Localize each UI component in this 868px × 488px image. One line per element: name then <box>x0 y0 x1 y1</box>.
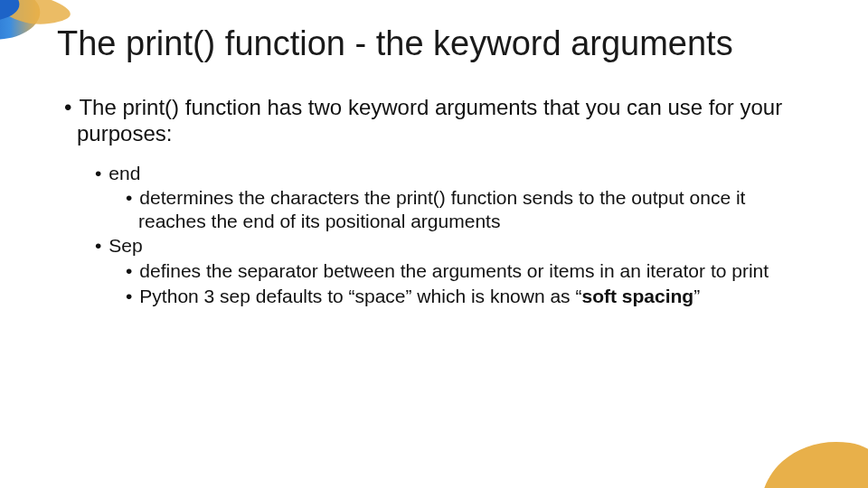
slide-title: The print() function - the keyword argum… <box>57 25 733 63</box>
corner-blob-icon <box>714 398 868 488</box>
body-intro: The print() function has two keyword arg… <box>77 94 816 147</box>
kwarg-extra: Python 3 sep defaults to “space” which i… <box>138 285 816 308</box>
slide: The print() function - the keyword argum… <box>0 0 868 488</box>
kwarg-name: end <box>108 162 816 185</box>
slide-body: The print() function has two keyword arg… <box>57 94 816 309</box>
text: Python 3 sep defaults to “space” which i… <box>139 286 581 306</box>
text: ” <box>693 286 700 306</box>
kwarg-name: Sep <box>108 234 816 258</box>
kwarg-desc: defines the separator between the argume… <box>138 259 816 283</box>
bold-text: soft spacing <box>581 286 693 306</box>
kwarg-desc: determines the characters the print() fu… <box>138 186 816 232</box>
